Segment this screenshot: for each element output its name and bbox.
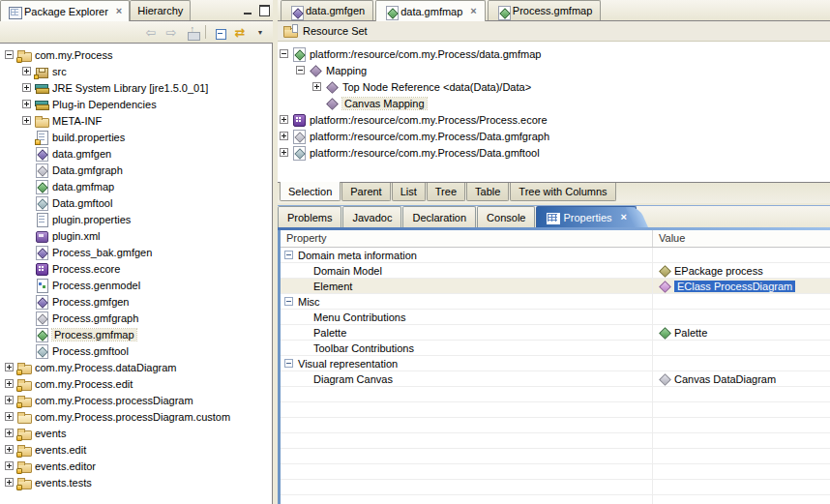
tree-item[interactable]: Process.gmftool bbox=[0, 342, 272, 359]
tab-declaration[interactable]: Declaration bbox=[402, 206, 476, 227]
tree-item[interactable]: plugin.xml bbox=[0, 227, 272, 244]
expand-icon[interactable] bbox=[5, 461, 14, 470]
expand-icon[interactable] bbox=[5, 396, 14, 404]
column-header-value[interactable]: Value bbox=[653, 230, 685, 247]
tree-item[interactable]: Process.ecore bbox=[0, 260, 272, 277]
value-cell[interactable] bbox=[653, 356, 830, 371]
forward-icon[interactable]: ⇨ bbox=[162, 22, 181, 42]
tree-item[interactable]: Mapping bbox=[278, 62, 830, 78]
property-row[interactable]: PalettePalette bbox=[281, 325, 830, 341]
tree-item[interactable]: platform:/resource/com.my.Process/data.g… bbox=[278, 45, 830, 62]
tree-item[interactable]: Top Node Reference <data(Data)/Data> bbox=[278, 78, 830, 95]
page-tab-table[interactable]: Table bbox=[466, 183, 509, 201]
property-row[interactable]: ElementEClass ProcessDiagram bbox=[281, 279, 830, 294]
value-cell[interactable] bbox=[653, 310, 830, 324]
tree-item[interactable]: src bbox=[0, 63, 272, 79]
maximize-icon[interactable] bbox=[257, 4, 271, 16]
collapse-all-icon[interactable] bbox=[210, 22, 229, 42]
tab-javadoc[interactable]: Javadoc bbox=[342, 206, 401, 227]
tree-item[interactable]: Data.gmftool bbox=[0, 194, 272, 211]
page-tab-list[interactable]: List bbox=[392, 183, 426, 201]
column-header-property[interactable]: Property bbox=[281, 230, 653, 247]
property-row[interactable]: Toolbar Contributions bbox=[281, 341, 830, 356]
tree-item[interactable]: platform:/resource/com.my.Process/Proces… bbox=[278, 111, 830, 128]
editor-tab-data.gmfmap[interactable]: data.gmfmap× bbox=[375, 0, 486, 21]
tree-item[interactable]: com.my.Process.dataDiagram bbox=[0, 359, 272, 375]
tree-item[interactable]: com.my.Process.processDiagram bbox=[0, 392, 272, 408]
value-cell[interactable] bbox=[653, 248, 830, 262]
expand-icon[interactable] bbox=[22, 67, 31, 75]
tree-item[interactable]: Process.gmfgen bbox=[0, 293, 272, 310]
view-menu-icon[interactable]: ▼ bbox=[251, 22, 270, 42]
expand-icon[interactable] bbox=[5, 445, 14, 454]
tree-item[interactable]: Process.genmodel bbox=[0, 277, 272, 293]
tree-item[interactable]: data.gmfgen bbox=[0, 145, 272, 162]
tab-properties[interactable]: Properties× bbox=[536, 206, 637, 227]
editor-tab-data.gmfgen[interactable]: data.gmfgen bbox=[281, 0, 373, 20]
expand-icon[interactable] bbox=[312, 82, 321, 91]
value-cell[interactable] bbox=[653, 341, 830, 355]
value-cell[interactable]: EPackage process bbox=[653, 263, 830, 278]
property-row[interactable]: Domain meta information bbox=[281, 248, 830, 263]
page-tab-tree-with-columns[interactable]: Tree with Columns bbox=[510, 183, 615, 201]
property-row[interactable]: Visual representation bbox=[281, 356, 830, 371]
tab-hierarchy[interactable]: Hierarchy bbox=[130, 0, 191, 20]
tree-item[interactable]: com.my.Process.edit bbox=[0, 375, 272, 392]
tab-problems[interactable]: Problems bbox=[278, 206, 341, 227]
minimize-icon[interactable] bbox=[242, 4, 255, 16]
tree-item[interactable]: Plug-in Dependencies bbox=[0, 96, 272, 112]
expand-icon[interactable] bbox=[280, 148, 288, 157]
value-cell[interactable]: Canvas DataDiagram bbox=[653, 371, 830, 386]
value-cell[interactable] bbox=[653, 294, 830, 309]
value-cell[interactable]: EClass ProcessDiagram bbox=[653, 279, 830, 293]
tree-item[interactable]: Process.gmfmap bbox=[0, 326, 272, 342]
tree-item[interactable]: build.properties bbox=[0, 129, 272, 145]
property-row[interactable]: Diagram CanvasCanvas DataDiagram bbox=[281, 371, 830, 387]
tab-console[interactable]: Console bbox=[477, 206, 535, 227]
property-row[interactable]: Domain ModelEPackage process bbox=[281, 263, 830, 279]
expand-icon[interactable] bbox=[22, 83, 31, 92]
expand-icon[interactable] bbox=[280, 115, 288, 124]
collapse-icon[interactable] bbox=[284, 251, 293, 259]
page-tab-selection[interactable]: Selection bbox=[280, 182, 341, 201]
tree-item[interactable]: events.editor bbox=[0, 458, 272, 474]
tree-item[interactable]: platform:/resource/com.my.Process/Data.g… bbox=[278, 144, 830, 161]
expand-icon[interactable] bbox=[22, 116, 31, 125]
tree-item[interactable]: Data.gmfgraph bbox=[0, 162, 272, 178]
back-icon[interactable]: ⇦ bbox=[141, 22, 161, 42]
tree-item[interactable]: data.gmfmap bbox=[0, 178, 272, 194]
tree-item[interactable]: events.tests bbox=[0, 474, 272, 490]
editor-tab-Process.gmfmap[interactable]: Process.gmfmap bbox=[488, 0, 602, 20]
tree-item[interactable]: events bbox=[0, 425, 272, 441]
page-tab-tree[interactable]: Tree bbox=[427, 183, 465, 201]
expand-icon[interactable] bbox=[5, 412, 14, 421]
tree-item[interactable]: Process.gmfgraph bbox=[0, 310, 272, 326]
page-tab-parent[interactable]: Parent bbox=[341, 183, 390, 201]
collapse-icon[interactable] bbox=[296, 66, 305, 74]
tab-package-explorer[interactable]: Package Explorer× bbox=[0, 0, 130, 21]
tree-item[interactable]: platform:/resource/com.my.Process/Data.g… bbox=[278, 128, 830, 144]
expand-icon[interactable] bbox=[5, 429, 14, 437]
expand-icon[interactable] bbox=[280, 132, 288, 140]
property-row[interactable]: Menu Contributions bbox=[281, 310, 830, 325]
tree-item[interactable]: events.edit bbox=[0, 441, 272, 458]
tree-item[interactable]: Canvas Mapping bbox=[278, 95, 830, 111]
expand-icon[interactable] bbox=[5, 478, 14, 487]
tree-item[interactable]: com.my.Process.processDiagram.custom bbox=[0, 408, 272, 425]
tree-item[interactable]: plugin.properties bbox=[0, 211, 272, 227]
collapse-icon[interactable] bbox=[284, 359, 293, 368]
property-row[interactable]: Misc bbox=[281, 294, 830, 310]
close-icon[interactable]: × bbox=[617, 212, 627, 222]
tree-item[interactable]: META-INF bbox=[0, 112, 272, 129]
collapse-icon[interactable] bbox=[5, 50, 14, 59]
link-with-editor-icon[interactable]: ⇄ bbox=[230, 22, 250, 42]
value-cell[interactable]: Palette bbox=[653, 325, 830, 340]
close-icon[interactable]: × bbox=[466, 6, 476, 16]
tree-item[interactable]: Process_bak.gmfgen bbox=[0, 244, 272, 260]
expand-icon[interactable] bbox=[22, 100, 31, 108]
up-icon[interactable] bbox=[182, 22, 201, 42]
collapse-icon[interactable] bbox=[280, 49, 288, 58]
collapse-icon[interactable] bbox=[284, 297, 293, 306]
tree-item[interactable]: JRE System Library [jre1.5.0_01] bbox=[0, 79, 272, 96]
close-icon[interactable]: × bbox=[112, 6, 122, 16]
